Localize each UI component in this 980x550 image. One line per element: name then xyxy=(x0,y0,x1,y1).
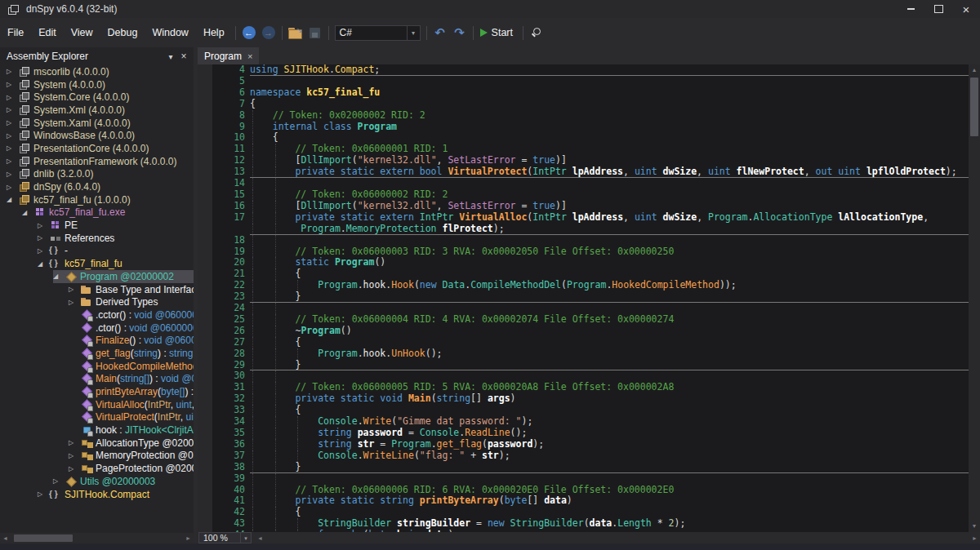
chevron-collapsed-icon[interactable]: ▷ xyxy=(7,94,18,101)
chevron-collapsed-icon[interactable]: ▷ xyxy=(69,299,80,306)
forward-button[interactable]: → xyxy=(259,23,278,42)
code-line[interactable]: 11// Token: 0x06000001 RID: 1 xyxy=(198,144,969,155)
code-line[interactable]: 24 xyxy=(198,303,969,314)
chevron-expanded-icon[interactable]: ◢ xyxy=(38,260,49,268)
tree-item[interactable]: ▷Base Type and Interfaces xyxy=(0,283,194,296)
tree-item[interactable]: ▷PageProtection @020000 xyxy=(0,462,194,475)
tree-item[interactable]: VirtualAlloc(IntPtr, uint, P xyxy=(0,398,194,411)
code-line[interactable]: 42{ xyxy=(198,507,969,518)
scrollbar-thumb[interactable] xyxy=(970,78,978,136)
scroll-right-icon[interactable]: ► xyxy=(969,535,980,541)
tree-item[interactable]: ▷PresentationCore (4.0.0.0) xyxy=(0,142,194,155)
code-line[interactable]: 5 xyxy=(198,76,969,87)
tree-item[interactable]: ▷mscorlib (4.0.0.0) xyxy=(0,65,194,78)
code-line[interactable]: 23} xyxy=(198,291,969,303)
code-line[interactable]: 16[DllImport("kernel32.dll", SetLastErro… xyxy=(198,201,969,212)
scrollbar-track[interactable] xyxy=(11,533,183,543)
code-line[interactable]: 40// Token: 0x06000006 RID: 6 RVA: 0x000… xyxy=(198,485,969,496)
code-line[interactable]: 30 xyxy=(198,370,969,382)
code-line[interactable]: 36string str = Program.get_flag(password… xyxy=(198,439,969,450)
chevron-expanded-icon[interactable]: ◢ xyxy=(22,209,33,216)
code-line[interactable]: 37Console.WriteLine("flag: " + str); xyxy=(198,450,969,462)
chevron-collapsed-icon[interactable]: ▷ xyxy=(69,465,80,472)
close-button[interactable]: × xyxy=(952,0,980,18)
panel-menu-button[interactable]: ▾ xyxy=(164,52,177,61)
tree-item[interactable]: ▷System (4.0.0.0) xyxy=(0,78,194,91)
tree-item[interactable]: Main(string[]) : void @06 xyxy=(0,373,194,386)
panel-close-button[interactable]: × xyxy=(177,51,190,62)
tree-item[interactable]: ▷SJITHook.Compact xyxy=(0,488,194,501)
code-line[interactable]: 27{ xyxy=(198,337,969,348)
tree-item[interactable]: hook : JITHook<ClrjitAdd xyxy=(0,424,194,437)
tab-close-icon[interactable]: × xyxy=(247,51,252,61)
chevron-collapsed-icon[interactable]: ▷ xyxy=(7,171,18,178)
menu-edit[interactable]: Edit xyxy=(31,24,64,42)
scroll-right-icon[interactable]: ► xyxy=(183,535,194,541)
tree-item[interactable]: get_flag(string) : string @ xyxy=(0,347,194,360)
zoom-combobox[interactable]: 100 % ▾ xyxy=(198,532,252,543)
tree-item[interactable]: ▷Derived Types xyxy=(0,295,194,308)
tree-item[interactable]: VirtualProtect(IntPtr, uint, xyxy=(0,411,194,424)
open-button[interactable]: ↘ xyxy=(286,23,305,42)
tree-item[interactable]: ◢Program @02000002 xyxy=(0,270,194,283)
chevron-collapsed-icon[interactable]: ▷ xyxy=(7,81,18,88)
tree-item[interactable]: ▷References xyxy=(0,232,194,245)
chevron-collapsed-icon[interactable]: ▷ xyxy=(7,106,18,113)
chevron-collapsed-icon[interactable]: ▷ xyxy=(53,477,65,485)
tree-item[interactable]: Finalize() : void @0600000 xyxy=(0,334,194,347)
tree-item[interactable]: ▷- xyxy=(0,245,194,258)
chevron-collapsed-icon[interactable]: ▷ xyxy=(38,234,49,242)
code-line[interactable]: 29} xyxy=(198,360,969,371)
code-line[interactable]: 12[DllImport("kernel32.dll", SetLastErro… xyxy=(198,155,969,166)
tree-item[interactable]: ▷WindowsBase (4.0.0.0) xyxy=(0,129,194,142)
code-line[interactable]: 43StringBuilder stringBuilder = new Stri… xyxy=(198,518,969,530)
chevron-collapsed-icon[interactable]: ▷ xyxy=(69,439,80,446)
chevron-collapsed-icon[interactable]: ▷ xyxy=(7,68,18,75)
menu-help[interactable]: Help xyxy=(196,24,232,42)
code-editor[interactable]: 4using SJITHook.Compact;56namespace kc57… xyxy=(198,64,980,532)
scrollbar-thumb[interactable] xyxy=(14,534,73,542)
code-line[interactable]: 15// Token: 0x06000002 RID: 2 xyxy=(198,189,969,201)
code-line[interactable]: 10{ xyxy=(198,132,969,144)
explorer-hscrollbar[interactable]: ◄ ► xyxy=(0,533,194,543)
code-line[interactable]: 7{ xyxy=(198,99,969,110)
chevron-collapsed-icon[interactable]: ▷ xyxy=(38,247,49,255)
chevron-collapsed-icon[interactable]: ▷ xyxy=(7,157,18,165)
code-line[interactable]: 34Console.Write("Gimme dat password: "); xyxy=(198,416,969,428)
back-button[interactable]: ← xyxy=(239,23,259,42)
tree-item[interactable]: ▷PresentationFramework (4.0.0.0) xyxy=(0,155,194,168)
tree-item[interactable]: ▷System.Xml (4.0.0.0) xyxy=(0,104,194,117)
code-line[interactable]: 9internal class Program xyxy=(198,122,969,133)
undo-button[interactable]: ↶ xyxy=(430,23,450,42)
tree-item[interactable]: ▷System.Xaml (4.0.0.0) xyxy=(0,117,194,130)
code-line[interactable]: 32private static void Main(string[] args… xyxy=(198,393,969,405)
code-line[interactable]: 21{ xyxy=(198,268,969,280)
tree-item[interactable]: ▷System.Core (4.0.0.0) xyxy=(0,91,194,104)
chevron-collapsed-icon[interactable]: ▷ xyxy=(38,222,49,229)
code-line[interactable]: 26~Program() xyxy=(198,326,969,337)
menu-file[interactable]: File xyxy=(0,24,31,42)
code-line[interactable]: 39 xyxy=(198,473,969,485)
tree-item[interactable]: ▷dnSpy (6.0.4.0) xyxy=(0,180,194,193)
code-line[interactable]: 31// Token: 0x06000005 RID: 5 RVA: 0x000… xyxy=(198,382,969,393)
code-line[interactable]: 20static Program() xyxy=(198,257,969,268)
save-module-button[interactable] xyxy=(305,23,325,42)
chevron-collapsed-icon[interactable]: ▷ xyxy=(69,452,80,459)
tree-item[interactable]: ▷AllocationType @0200000 xyxy=(0,437,194,450)
scroll-left-icon[interactable]: ◄ xyxy=(0,535,11,541)
chevron-down-icon[interactable]: ▾ xyxy=(407,26,420,40)
scroll-down-icon[interactable]: ▼ xyxy=(969,521,980,531)
tree-item[interactable]: HookedCompileMethod( xyxy=(0,360,194,373)
code-line[interactable]: 6namespace kc57_final_fu xyxy=(198,87,969,99)
scroll-up-icon[interactable]: ▲ xyxy=(969,65,980,75)
tree-item[interactable]: ▷MemoryProtection @020 xyxy=(0,450,194,463)
tree-item[interactable]: ▷PE xyxy=(0,219,194,232)
code-line[interactable]: 35string password = Console.ReadLine(); xyxy=(198,428,969,439)
menu-window[interactable]: Window xyxy=(145,24,195,42)
chevron-down-icon[interactable]: ▾ xyxy=(241,532,252,543)
maximize-button[interactable] xyxy=(924,0,952,18)
code-line[interactable]: 19// Token: 0x06000003 RID: 3 RVA: 0x000… xyxy=(198,246,969,258)
tree-item[interactable]: ◢kc57_final_fu.exe xyxy=(0,206,194,220)
chevron-collapsed-icon[interactable]: ▷ xyxy=(7,119,18,126)
tree-item[interactable]: ◢kc57_final_fu (1.0.0.0) xyxy=(0,193,194,206)
